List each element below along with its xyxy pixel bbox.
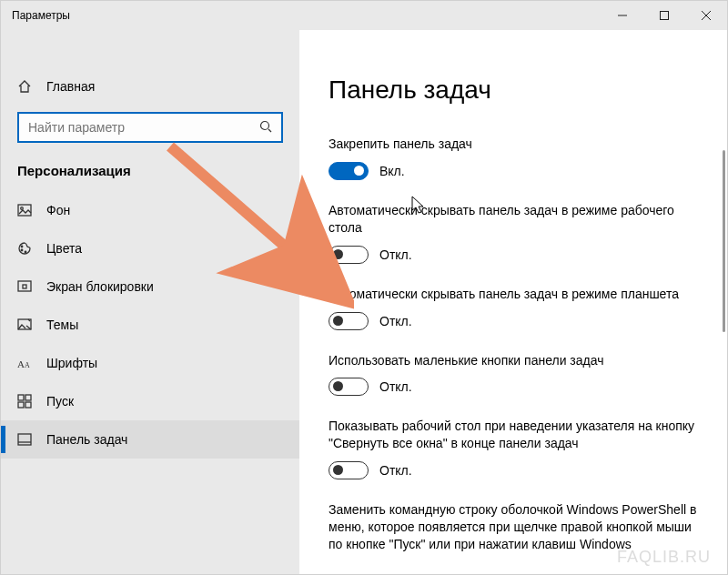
search-input[interactable] bbox=[28, 120, 259, 135]
sidebar-item-fonts[interactable]: AA Шрифты bbox=[1, 344, 299, 382]
svg-line-5 bbox=[268, 129, 271, 132]
home-icon bbox=[17, 79, 32, 94]
toggle-state: Откл. bbox=[379, 463, 412, 478]
svg-rect-12 bbox=[23, 285, 26, 288]
sidebar-item-label: Цвета bbox=[46, 241, 82, 256]
svg-rect-19 bbox=[25, 402, 31, 408]
themes-icon bbox=[17, 318, 32, 332]
setting-label: Закрепить панель задач bbox=[329, 136, 702, 153]
svg-rect-1 bbox=[661, 12, 669, 20]
toggle-state: Вкл. bbox=[379, 164, 405, 178]
section-title: Персонализация bbox=[1, 163, 299, 191]
svg-text:A: A bbox=[25, 361, 30, 369]
toggle-state: Откл. bbox=[379, 247, 412, 262]
minimize-button[interactable] bbox=[602, 1, 643, 30]
toggle-peek-desktop[interactable] bbox=[329, 461, 369, 479]
setting-lock-taskbar: Закрепить панель задач Вкл. bbox=[329, 136, 702, 180]
sidebar-item-label: Экран блокировки bbox=[46, 279, 154, 294]
home-link[interactable]: Главная bbox=[1, 72, 299, 101]
window-title: Параметры bbox=[12, 9, 70, 22]
content-pane: Панель задач Закрепить панель задач Вкл.… bbox=[299, 30, 727, 574]
sidebar-item-label: Фон bbox=[46, 203, 70, 217]
svg-text:A: A bbox=[17, 358, 25, 369]
search-box[interactable] bbox=[17, 112, 283, 143]
svg-point-9 bbox=[21, 249, 23, 251]
search-icon bbox=[259, 120, 272, 136]
toggle-small-buttons[interactable] bbox=[329, 378, 369, 396]
page-title: Панель задач bbox=[329, 76, 702, 105]
sidebar: Главная Персонализация Фон Цвета Экран б… bbox=[1, 30, 299, 574]
setting-autohide-tablet: Автоматически скрывать панель задач в ре… bbox=[329, 286, 702, 330]
start-icon bbox=[17, 394, 32, 409]
sidebar-item-themes[interactable]: Темы bbox=[1, 306, 299, 344]
sidebar-item-label: Пуск bbox=[46, 394, 74, 409]
toggle-autohide-tablet[interactable] bbox=[329, 312, 369, 330]
setting-label: Показывать рабочий стол при наведении ук… bbox=[329, 418, 702, 452]
fonts-icon: AA bbox=[17, 356, 32, 370]
setting-label: Использовать маленькие кнопки панели зад… bbox=[329, 352, 702, 369]
palette-icon bbox=[17, 241, 32, 256]
svg-rect-17 bbox=[25, 395, 31, 400]
maximize-button[interactable] bbox=[643, 1, 685, 30]
svg-point-10 bbox=[25, 251, 26, 253]
svg-rect-20 bbox=[18, 434, 31, 445]
setting-label: Автоматически скрывать панель задач в ре… bbox=[329, 202, 702, 237]
setting-label: Заменить командную строку оболочкой Wind… bbox=[329, 501, 702, 553]
setting-autohide-desktop: Автоматически скрывать панель задач в ре… bbox=[329, 202, 702, 264]
setting-peek-desktop: Показывать рабочий стол при наведении ук… bbox=[329, 418, 702, 479]
taskbar-icon bbox=[17, 432, 32, 447]
lockscreen-icon bbox=[17, 279, 32, 294]
home-label: Главная bbox=[46, 79, 95, 94]
svg-rect-11 bbox=[18, 281, 31, 291]
toggle-state: Откл. bbox=[379, 379, 412, 394]
toggle-autohide-desktop[interactable] bbox=[329, 246, 369, 264]
setting-small-buttons: Использовать маленькие кнопки панели зад… bbox=[329, 352, 702, 397]
scrollbar[interactable] bbox=[723, 150, 725, 332]
window-controls bbox=[602, 1, 727, 30]
svg-point-8 bbox=[21, 246, 23, 247]
svg-point-4 bbox=[261, 121, 269, 129]
toggle-lock-taskbar[interactable] bbox=[329, 162, 369, 180]
sidebar-item-label: Шрифты bbox=[46, 356, 97, 370]
sidebar-item-colors[interactable]: Цвета bbox=[1, 229, 299, 267]
sidebar-item-start[interactable]: Пуск bbox=[1, 382, 299, 420]
sidebar-item-label: Темы bbox=[46, 318, 78, 332]
setting-powershell-text: Заменить командную строку оболочкой Wind… bbox=[329, 501, 702, 553]
svg-rect-18 bbox=[18, 402, 24, 408]
toggle-state: Откл. bbox=[379, 314, 412, 328]
picture-icon bbox=[17, 203, 32, 217]
titlebar: Параметры bbox=[1, 1, 727, 30]
sidebar-item-taskbar[interactable]: Панель задач bbox=[1, 420, 299, 459]
close-button[interactable] bbox=[685, 1, 727, 30]
svg-rect-16 bbox=[18, 395, 24, 400]
setting-label: Автоматически скрывать панель задач в ре… bbox=[329, 286, 702, 303]
sidebar-item-label: Панель задач bbox=[46, 432, 127, 447]
sidebar-item-lockscreen[interactable]: Экран блокировки bbox=[1, 267, 299, 306]
sidebar-item-background[interactable]: Фон bbox=[1, 191, 299, 229]
watermark: FAQLIB.RU bbox=[617, 548, 711, 567]
svg-point-7 bbox=[21, 207, 24, 210]
